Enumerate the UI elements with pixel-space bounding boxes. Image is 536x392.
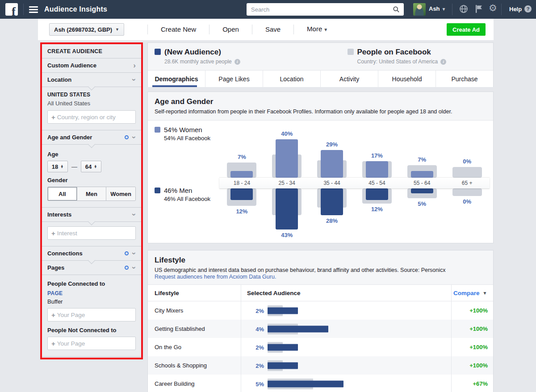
lifestyle-row[interactable]: On the Go2%+100% xyxy=(148,338,493,356)
acxiom-link[interactable]: Request audiences here from Acxiom Data … xyxy=(155,274,486,284)
age-group-label: 25 - 34 xyxy=(264,178,310,188)
bar-men-selected[interactable] xyxy=(411,188,433,193)
women-percent-label: 29% xyxy=(310,141,355,148)
toolbar-item-save[interactable]: Save xyxy=(252,19,293,40)
gender-option-men[interactable]: Men xyxy=(77,187,106,200)
toolbar-item-open[interactable]: Open xyxy=(209,19,252,40)
selected-audience-cell: 5% xyxy=(241,375,452,392)
chevron-down-icon: ▼ xyxy=(115,27,119,32)
stepper-icon: ▲▼ xyxy=(60,165,63,169)
top-navbar: f Audience Insights Ash▼ ⚙ Help ? xyxy=(0,0,536,19)
create-ad-button[interactable]: Create Ad xyxy=(447,23,486,36)
your-page-not-connected-input[interactable] xyxy=(57,340,135,347)
monthly-active-people: 28.6K monthly active people xyxy=(164,58,232,65)
men-percent-label: 0% xyxy=(444,198,490,205)
bar-women-selected[interactable] xyxy=(276,139,298,178)
divider xyxy=(23,4,24,15)
women-swatch xyxy=(155,127,160,133)
bar-women-selected[interactable] xyxy=(321,150,343,178)
your-page-input[interactable] xyxy=(57,312,135,318)
search-icon[interactable] xyxy=(389,3,404,16)
bar-women-selected[interactable] xyxy=(366,161,388,178)
gender-option-women[interactable]: Women xyxy=(106,187,135,200)
age-group-label: 18 - 24 xyxy=(219,178,264,188)
report-tabs: DemographicsPage LikesLocationActivityHo… xyxy=(148,71,493,87)
women-percent-label: 7% xyxy=(219,154,264,160)
age-group-label: 45 - 54 xyxy=(354,178,399,188)
chevron-down-icon: › xyxy=(131,213,138,216)
toolbar-item-create-new[interactable]: Create New xyxy=(148,19,209,40)
new-audience-title: (New Audience) xyxy=(164,48,221,56)
bar-selected-audience[interactable] xyxy=(268,380,343,387)
info-icon[interactable]: i xyxy=(440,59,446,65)
toolbar: Ash (26987032, GBP)▼ Create NewOpenSaveM… xyxy=(38,19,494,40)
people-on-facebook-summary: People on Facebook Country: United State… xyxy=(321,43,494,70)
selected-audience-cell: 2% xyxy=(241,338,452,356)
account-selector[interactable]: Ash (26987032, GBP)▼ xyxy=(49,23,124,36)
lifestyle-row[interactable]: Schools & Shopping2%+100% xyxy=(148,356,493,375)
flag-icon[interactable] xyxy=(474,4,482,15)
hamburger-menu-icon[interactable] xyxy=(29,6,38,13)
lifestyle-name: On the Go xyxy=(148,344,241,350)
col-lifestyle[interactable]: Lifestyle xyxy=(148,290,241,296)
chevron-down-icon: › xyxy=(131,79,138,81)
lifestyle-row[interactable]: Career Building5%+67% xyxy=(148,375,493,392)
age-group-label: 35 - 44 xyxy=(310,178,355,188)
your-page-not-connected-input-wrap: + xyxy=(47,337,136,350)
col-compare[interactable]: Compare▼ xyxy=(452,290,493,296)
bar-men-selected[interactable] xyxy=(276,188,298,229)
audience-header-panel: (New Audience) 28.6K monthly active peop… xyxy=(147,42,494,87)
col-selected-audience[interactable]: Selected Audience xyxy=(241,290,452,296)
facebook-logo[interactable]: f xyxy=(5,3,18,16)
bar-selected-audience[interactable] xyxy=(268,325,328,332)
toolbar-item-more[interactable]: More▼ xyxy=(294,18,341,41)
age-min-select[interactable]: 18▲▼ xyxy=(47,161,68,172)
lifestyle-row[interactable]: City Mixers2%+100% xyxy=(148,301,493,320)
bar-women-selected[interactable] xyxy=(230,171,253,178)
sidebar-item-advanced[interactable]: Advanced › xyxy=(42,357,141,358)
age-max-select[interactable]: 64▲▼ xyxy=(81,161,101,172)
gender-option-all[interactable]: All xyxy=(48,187,77,200)
tab-page-likes[interactable]: Page Likes xyxy=(205,71,263,87)
compare-value: +100% xyxy=(452,362,493,369)
bar-selected-audience[interactable] xyxy=(268,307,298,314)
tab-demographics[interactable]: Demographics xyxy=(148,71,205,87)
info-icon[interactable]: i xyxy=(234,59,240,65)
sidebar-item-custom-audience[interactable]: Custom Audience › xyxy=(42,58,141,73)
gender-label: Gender xyxy=(47,177,136,183)
tab-household[interactable]: Household xyxy=(378,71,436,87)
bar-men-all-facebook xyxy=(452,188,482,196)
age-gender-section-title: Age and Gender xyxy=(155,97,486,106)
women-percent-label: 40% xyxy=(264,130,310,137)
lifestyle-row[interactable]: Getting Established4%+100% xyxy=(148,320,493,338)
bar-selected-audience[interactable] xyxy=(268,362,298,369)
selected-percent-label: 2% xyxy=(241,362,264,369)
search-input[interactable] xyxy=(247,6,389,13)
lifestyle-panel: Lifestyle US demographic and interest da… xyxy=(147,250,494,392)
search-box xyxy=(247,3,404,16)
bar-women-selected[interactable] xyxy=(411,171,433,178)
age-gender-panel: Age and Gender Self-reported information… xyxy=(147,92,494,243)
people-on-facebook-title: People on Facebook xyxy=(357,48,431,56)
tab-purchase[interactable]: Purchase xyxy=(436,71,493,87)
location-input[interactable] xyxy=(57,114,135,121)
selected-percent-label: 5% xyxy=(241,380,264,387)
bar-men-selected[interactable] xyxy=(230,188,253,200)
legend-women: 54% Women 54% All Facebook xyxy=(155,126,222,142)
user-menu[interactable]: Ash▼ xyxy=(429,5,446,12)
bar-selected-audience[interactable] xyxy=(268,344,298,350)
chevron-down-icon: › xyxy=(131,136,138,139)
help-menu[interactable]: Help ? xyxy=(509,5,532,13)
bar-men-selected[interactable] xyxy=(321,188,343,215)
tab-activity[interactable]: Activity xyxy=(320,71,378,87)
selected-audience-cell: 2% xyxy=(241,301,452,320)
chevron-down-icon: ▼ xyxy=(483,291,487,296)
interest-input[interactable] xyxy=(57,230,135,237)
gear-icon[interactable]: ⚙ xyxy=(489,4,497,13)
location-region-subtitle: All United States xyxy=(47,100,136,107)
user-avatar[interactable] xyxy=(413,3,426,16)
sidebar-item-pages[interactable]: Pages › xyxy=(42,261,141,275)
tab-location[interactable]: Location xyxy=(263,71,320,87)
bar-men-selected[interactable] xyxy=(366,188,388,200)
globe-icon[interactable] xyxy=(459,4,468,15)
